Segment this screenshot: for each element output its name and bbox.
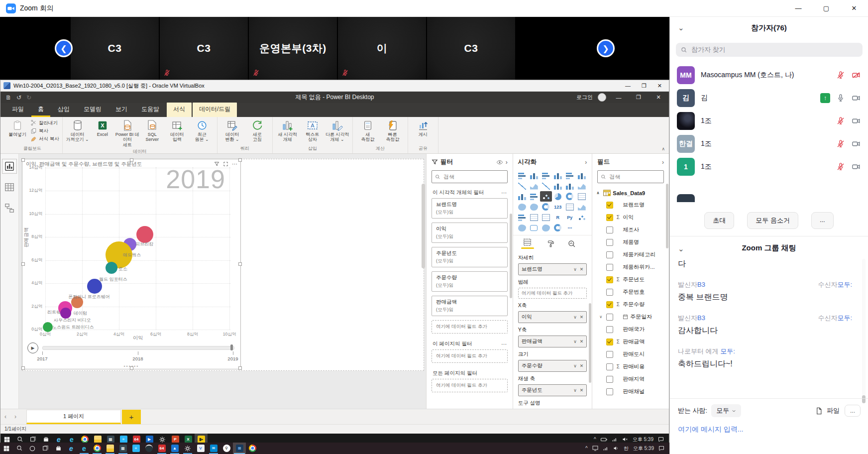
maps-icon[interactable]: ⚲ xyxy=(220,443,233,454)
cut-button[interactable]: 잘라내기 xyxy=(30,120,59,126)
video-tile[interactable]: C3 xyxy=(427,17,515,80)
mute-all-button[interactable]: 모두 음소거 xyxy=(747,212,798,229)
visual-type-icon[interactable] xyxy=(576,191,588,202)
login-button[interactable]: 로그인 xyxy=(576,94,593,101)
speaker-muted-icon[interactable] xyxy=(622,437,628,442)
invite-button[interactable]: 초대 xyxy=(704,212,734,229)
filter-add-field-placeholder[interactable]: 여기에 데이터 필드 추가 xyxy=(432,379,508,392)
filters-collapse-icon[interactable]: › xyxy=(506,159,508,166)
visual-type-icon[interactable] xyxy=(552,170,564,181)
filter-card-브랜드명[interactable]: 브랜드명(모두)임 xyxy=(432,198,508,219)
excel-button[interactable]: XExcel xyxy=(91,119,114,147)
visual-resize-handle[interactable] xyxy=(238,366,242,370)
field-row-주문수량[interactable]: Σ주문수량 xyxy=(592,298,669,311)
field-checkbox[interactable] xyxy=(606,214,613,221)
visual-type-icon[interactable] xyxy=(516,181,528,191)
notification-icon[interactable] xyxy=(658,437,664,442)
task-view-icon[interactable] xyxy=(39,443,52,454)
settings-icon[interactable] xyxy=(181,443,194,454)
visual-type-icon[interactable] xyxy=(552,191,564,202)
viz-scrollbar[interactable] xyxy=(589,303,591,383)
visual-type-icon[interactable] xyxy=(516,191,528,202)
report-view-button[interactable] xyxy=(4,161,15,172)
field-checkbox[interactable] xyxy=(606,239,613,246)
field-checkbox[interactable] xyxy=(606,251,613,258)
store-icon[interactable] xyxy=(52,443,65,454)
visual-type-icon[interactable] xyxy=(564,202,576,212)
chat-message-input[interactable]: 여기에 메시지 입력... xyxy=(678,425,857,434)
video-next-button[interactable]: ❯ xyxy=(597,39,615,57)
chat-more-button[interactable]: ... xyxy=(845,405,861,417)
monitor-icon[interactable] xyxy=(592,446,598,451)
visual-type-icon[interactable] xyxy=(576,202,588,212)
quick-button[interactable]: 빠른 측정값 xyxy=(381,119,405,142)
visual-type-icon[interactable] xyxy=(528,181,540,191)
format-tab[interactable] xyxy=(547,239,554,248)
search-icon[interactable] xyxy=(13,443,26,454)
visual-type-icon[interactable]: Py xyxy=(564,212,576,223)
page-prev-icon[interactable]: ‹ xyxy=(0,413,10,420)
visual-type-icon[interactable] xyxy=(576,170,588,181)
visual-type-icon[interactable] xyxy=(552,181,564,191)
visual-resize-handle[interactable] xyxy=(238,158,242,162)
report-canvas[interactable]: 이익, 판매금액 및 주문수량, 브랜드명 및 주문년도 ⋯ 판매금액 2019… xyxy=(19,154,426,409)
ribbon-tab-모델링[interactable]: 모델링 xyxy=(77,103,108,117)
field-checkbox[interactable] xyxy=(606,301,613,308)
visual-resize-handle[interactable] xyxy=(130,158,133,162)
mic-icon[interactable] xyxy=(836,94,845,103)
field-expander-icon[interactable]: ∨ xyxy=(599,315,604,319)
visual-type-icon[interactable] xyxy=(528,212,540,223)
undo-icon[interactable]: ↺ xyxy=(16,94,21,101)
refresh-button[interactable]: 새로 고침 xyxy=(245,119,269,142)
visual-type-icon[interactable] xyxy=(540,212,552,223)
enter-button[interactable]: 데이터 입력 xyxy=(165,119,189,147)
recent-button[interactable]: 최근 원본 ⌄ xyxy=(190,119,214,147)
account-avatar[interactable] xyxy=(598,93,606,102)
field-row-판매지역[interactable]: 판매지역 xyxy=(592,373,669,385)
visual-type-icon[interactable] xyxy=(516,223,528,233)
visual-type-icon[interactable] xyxy=(576,212,588,223)
filter-section-more-icon[interactable]: ⋯ xyxy=(501,190,507,196)
visual-type-icon-scatter-selected[interactable] xyxy=(540,191,552,202)
ribbon-tab-보기[interactable]: 보기 xyxy=(109,103,134,117)
chat-sender-link[interactable]: B3 xyxy=(697,314,705,322)
video-tile[interactable]: C3 xyxy=(160,17,248,80)
field-checkbox[interactable] xyxy=(606,376,613,383)
field-row-판매비용[interactable]: Σ판매비용 xyxy=(592,360,669,373)
ribbon-tab-삽입[interactable]: 삽입 xyxy=(51,103,76,117)
zoom-close-button[interactable]: ✕ xyxy=(840,0,868,16)
network-icon[interactable] xyxy=(612,437,618,442)
visual-type-icon[interactable] xyxy=(576,181,588,191)
canvas-scrollbar[interactable] xyxy=(422,184,425,268)
field-checkbox[interactable] xyxy=(606,326,613,333)
filter-section-more-icon[interactable]: ⋯ xyxy=(501,341,507,347)
participants-collapse-icon[interactable]: ⌄ xyxy=(678,23,684,32)
textbox-button[interactable]: A텍스트 상자 xyxy=(301,119,325,142)
visual-type-icon[interactable] xyxy=(516,202,528,212)
field-checkbox[interactable] xyxy=(606,227,613,233)
visual-more-icon[interactable]: ⋯ xyxy=(232,161,238,167)
chevron-up-icon[interactable]: ^ xyxy=(594,437,596,442)
model-view-button[interactable] xyxy=(4,203,15,214)
participant-row[interactable]: MMMasocampus MM (호스트, 나) xyxy=(670,64,868,87)
participants-more-button[interactable]: ... xyxy=(811,212,834,229)
viz-collapse-icon[interactable]: › xyxy=(585,159,587,166)
visual-resize-handle[interactable] xyxy=(21,262,25,266)
field-row-판매채널[interactable]: 판매채널 xyxy=(592,385,669,398)
battery-icon[interactable] xyxy=(601,437,607,442)
notification-icon[interactable] xyxy=(658,446,664,451)
pbi-maximize-button[interactable]: ❐ xyxy=(631,94,646,101)
fields-collapse-icon[interactable]: › xyxy=(662,159,664,166)
visual-type-icon[interactable]: ⋯ xyxy=(564,223,576,233)
well-pill-remove-icon[interactable]: ✕ xyxy=(580,388,584,393)
visual-type-icon[interactable] xyxy=(540,202,552,212)
chrome-icon[interactable] xyxy=(91,443,104,454)
field-checkbox[interactable] xyxy=(606,276,613,283)
vbox-restore-button[interactable]: ❐ xyxy=(642,83,647,89)
paste-button[interactable]: 붙여넣기 xyxy=(5,119,29,142)
field-row-판매도시[interactable]: 판매도시 xyxy=(592,348,669,360)
visual-type-icon[interactable] xyxy=(528,202,540,212)
visual-resize-handle[interactable] xyxy=(21,158,25,162)
video-tile[interactable]: C3 xyxy=(71,17,159,80)
camera-off-icon[interactable] xyxy=(851,71,861,80)
